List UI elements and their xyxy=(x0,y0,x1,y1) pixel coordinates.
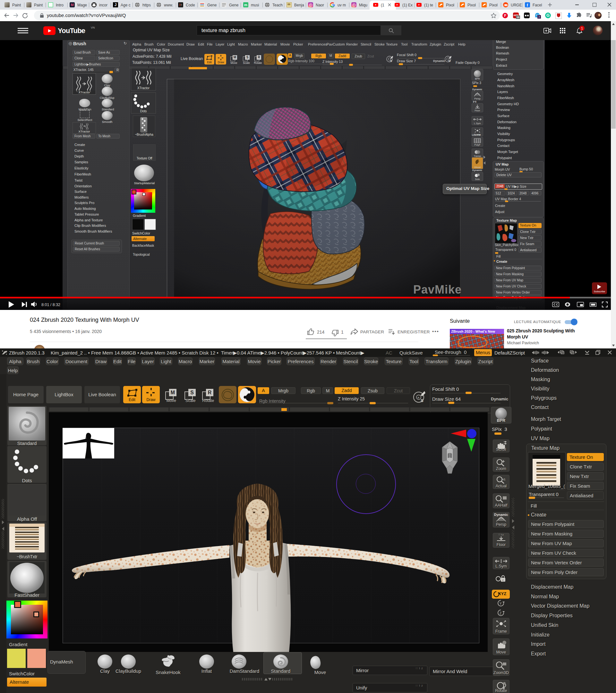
svg-text:D: D xyxy=(449,59,451,63)
svg-text:S: S xyxy=(421,398,423,403)
svg-text:x1: x1 xyxy=(502,478,505,481)
svg-text:Z: Z xyxy=(499,612,501,615)
svg-text:C: C xyxy=(502,579,504,582)
svg-text:+: + xyxy=(417,396,419,399)
svg-text:Y: Y xyxy=(499,602,502,606)
svg-text:S: S xyxy=(390,59,392,63)
